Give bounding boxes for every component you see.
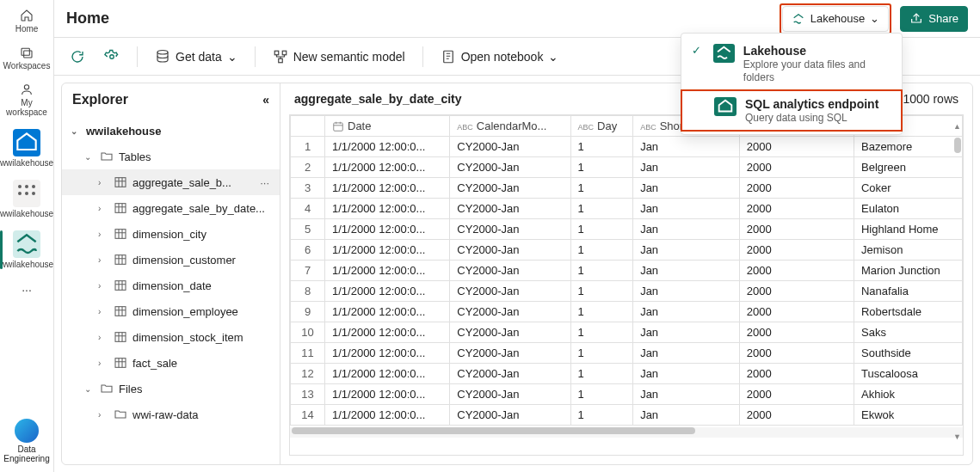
- tree-label: dimension_city: [133, 228, 273, 241]
- row-number-cell: 6: [291, 240, 325, 261]
- table-row[interactable]: 61/1/2000 12:00:0...CY2000-Jan1Jan2000Je…: [291, 240, 963, 261]
- tree-folder-item[interactable]: ›wwi-raw-data: [62, 402, 280, 427]
- share-button[interactable]: Share: [900, 6, 968, 32]
- table-row[interactable]: 101/1/2000 12:00:0...CY2000-Jan1Jan2000S…: [291, 322, 963, 343]
- rail-home[interactable]: Home: [0, 5, 53, 37]
- menu-title: SQL analytics endpoint: [745, 97, 878, 111]
- table-row[interactable]: 41/1/2000 12:00:0...CY2000-Jan1Jan2000Eu…: [291, 199, 963, 219]
- rail-label: wwilakehouse: [0, 260, 53, 269]
- rail-lakehouse-dots[interactable]: wwilakehouse: [0, 176, 53, 222]
- tree-table-item[interactable]: ›dimension_date: [62, 273, 280, 298]
- svg-rect-13: [278, 58, 282, 63]
- table-cell: Jan: [633, 137, 740, 157]
- chevron-right-icon: ›: [98, 230, 108, 239]
- table-row[interactable]: 21/1/2000 12:00:0...CY2000-Jan1Jan2000Be…: [291, 157, 963, 178]
- scrollbar-thumb[interactable]: [292, 427, 695, 434]
- chevron-right-icon: ›: [98, 333, 108, 342]
- separator: [422, 46, 423, 67]
- rail-lakehouse-blue[interactable]: wwilakehouse: [0, 126, 53, 171]
- table-cell: Highland Home: [854, 219, 962, 240]
- tree-files-folder[interactable]: ⌄Files: [62, 376, 280, 402]
- explorer-title: Explorer: [72, 92, 128, 107]
- row-number-header: [291, 116, 325, 137]
- table-row[interactable]: 121/1/2000 12:00:0...CY2000-Jan1Jan2000T…: [291, 364, 963, 384]
- table-row[interactable]: 81/1/2000 12:00:0...CY2000-Jan1Jan2000Na…: [291, 281, 963, 302]
- column-label: Date: [348, 120, 371, 132]
- table-row[interactable]: 51/1/2000 12:00:0...CY2000-Jan1Jan2000Hi…: [291, 219, 963, 240]
- svg-rect-11: [274, 51, 279, 55]
- menu-item-lakehouse[interactable]: ✓ Lakehouse Explore your data files and …: [681, 37, 902, 90]
- lakehouse-mode-dropdown[interactable]: Lakehouse ⌄: [782, 6, 890, 32]
- column-header[interactable]: ABCDay: [570, 116, 633, 137]
- table-cell: Jan: [633, 343, 740, 364]
- tree-tables-folder[interactable]: ⌄Tables: [62, 144, 280, 169]
- table-cell: 2000: [739, 302, 854, 322]
- scroll-down-icon[interactable]: ▼: [953, 432, 961, 441]
- vertical-scrollbar-thumb[interactable]: [954, 138, 961, 153]
- chevron-right-icon: ›: [98, 281, 108, 291]
- svg-rect-16: [115, 204, 126, 213]
- svg-rect-23: [334, 123, 343, 131]
- table-row[interactable]: 71/1/2000 12:00:0...CY2000-Jan1Jan2000Ma…: [291, 261, 963, 281]
- get-data-button[interactable]: Get data ⌄: [150, 46, 243, 68]
- tree-root[interactable]: ⌄wwilakehouse: [62, 118, 280, 144]
- database-icon: [155, 49, 170, 64]
- table-row[interactable]: 91/1/2000 12:00:0...CY2000-Jan1Jan2000Ro…: [291, 302, 963, 322]
- tree-table-item[interactable]: ›dimension_stock_item: [62, 324, 280, 350]
- svg-rect-1: [24, 51, 32, 58]
- table-cell: 1/1/2000 12:00:0...: [325, 219, 450, 240]
- table-cell: 1: [570, 157, 633, 178]
- rail-my-workspace[interactable]: My workspace: [0, 79, 53, 120]
- table-row[interactable]: 111/1/2000 12:00:0...CY2000-Jan1Jan2000S…: [291, 343, 963, 364]
- tree-table-item[interactable]: ›fact_sale: [62, 350, 280, 376]
- table-cell: Belgreen: [854, 157, 962, 178]
- tree-table-item[interactable]: ›dimension_customer: [62, 247, 280, 273]
- explorer-panel: Explorer « ⌄wwilakehouse ⌄Tables ›aggreg…: [62, 83, 280, 464]
- column-header[interactable]: Date: [325, 116, 450, 137]
- row-number-cell: 14: [291, 405, 325, 426]
- chevron-down-icon: ⌄: [84, 152, 95, 162]
- rail-lakehouse-selected[interactable]: wwilakehouse: [0, 227, 53, 273]
- tree-table-item[interactable]: ›aggregate_sale_by_date...: [62, 195, 280, 221]
- chevron-right-icon: ›: [98, 410, 108, 420]
- table-cell: 1/1/2000 12:00:0...: [325, 240, 450, 261]
- rail-more[interactable]: ...: [0, 278, 53, 297]
- table-cell: Akhiok: [854, 384, 962, 405]
- workspaces-icon: [20, 46, 34, 59]
- new-model-button[interactable]: New semantic model: [268, 46, 410, 68]
- table-row[interactable]: 131/1/2000 12:00:0...CY2000-Jan1Jan2000A…: [291, 384, 963, 405]
- table-cell: Bazemore: [854, 137, 962, 157]
- collapse-panel-button[interactable]: «: [262, 93, 269, 107]
- menu-item-sql-endpoint[interactable]: SQL analytics endpoint Query data using …: [681, 90, 902, 131]
- rail-workspaces[interactable]: Workspaces: [0, 42, 53, 74]
- column-header[interactable]: ABCCalendarMo...: [450, 116, 570, 137]
- table-cell: 2000: [739, 219, 854, 240]
- more-actions-button[interactable]: ···: [256, 176, 273, 189]
- table-cell: Jan: [633, 199, 740, 219]
- table-cell: 2000: [739, 261, 854, 281]
- data-grid[interactable]: ▲ ▼ DateABCCalendarMo...ABCDayABCShortMo…: [289, 114, 964, 456]
- tree-table-item[interactable]: ›dimension_employee: [62, 298, 280, 324]
- rail-label: Workspaces: [3, 61, 51, 70]
- table-row[interactable]: 141/1/2000 12:00:0...CY2000-Jan1Jan2000E…: [291, 405, 963, 426]
- refresh-button[interactable]: [65, 46, 90, 68]
- table-row[interactable]: 11/1/2000 12:00:0...CY2000-Jan1Jan2000Ba…: [291, 137, 963, 157]
- table-cell: 2000: [739, 157, 854, 178]
- table-cell: CY2000-Jan: [450, 199, 570, 219]
- table-cell: 1: [570, 178, 633, 199]
- tree-label: aggregate_sale_by_date...: [133, 202, 273, 215]
- horizontal-scrollbar[interactable]: [290, 427, 963, 438]
- table-row[interactable]: 31/1/2000 12:00:0...CY2000-Jan1Jan2000Co…: [291, 178, 963, 199]
- table-cell: Tuscaloosa: [854, 364, 962, 384]
- svg-point-2: [24, 85, 28, 89]
- tree-table-item[interactable]: ›aggregate_sale_b...···: [62, 169, 280, 195]
- lakehouse-icon: [713, 44, 735, 63]
- rail-persona[interactable]: Data Engineering: [0, 419, 53, 472]
- table-cell: Jan: [633, 261, 740, 281]
- table-cell: 1/1/2000 12:00:0...: [325, 261, 450, 281]
- open-notebook-button[interactable]: Open notebook ⌄: [435, 46, 564, 68]
- tree-table-item[interactable]: ›dimension_city: [62, 221, 280, 247]
- rail-label: wwilakehouse: [0, 158, 53, 168]
- scroll-up-icon[interactable]: ▲: [953, 122, 961, 131]
- settings-button[interactable]: [99, 46, 125, 68]
